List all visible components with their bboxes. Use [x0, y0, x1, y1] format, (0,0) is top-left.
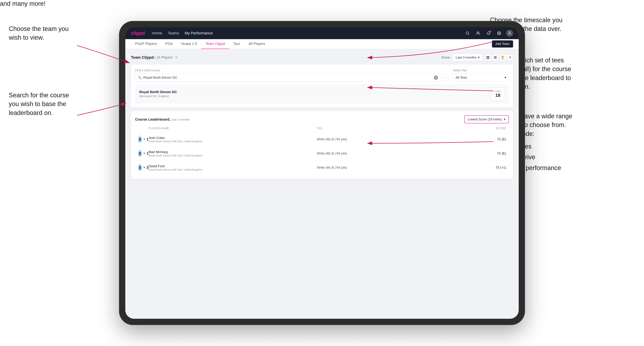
download-btn[interactable]: ⬇: [507, 54, 513, 61]
player-club-1: Royal North Devon Golf Club, United King…: [148, 140, 202, 143]
tab-tour[interactable]: Tour: [229, 39, 244, 49]
team-header-row: Team Clippd | 14 Players ✎ Show: Last 3 …: [131, 54, 513, 61]
player-rank-2: 1: [146, 152, 148, 156]
svg-rect-7: [486, 58, 488, 59]
tab-pga[interactable]: PGA: [161, 39, 177, 49]
tab-team-clippd[interactable]: Team Clippd: [201, 39, 229, 49]
leaderboard-subtitle: Last 3 months: [171, 118, 190, 121]
svg-rect-6: [488, 56, 489, 57]
team-count: | 14 Players: [154, 55, 173, 59]
score-type-dropdown[interactable]: Lowest Score (18 holes) ▾: [464, 115, 509, 123]
show-dropdown[interactable]: Last 3 months ▾: [453, 54, 483, 61]
annotation-many-more: and many more!: [0, 0, 644, 7]
nav-link-my-performance[interactable]: My Performance: [184, 31, 213, 35]
course-result: Royal North Devon GC Westward Ho!, Engla…: [135, 84, 509, 103]
player-club-3: Royal North Devon Golf Club, United King…: [148, 168, 202, 171]
leaderboard-card: Course Leaderboard, Last 3 months Lowest…: [131, 111, 513, 179]
player-info-1: Josh Coles Royal North Devon Golf Club, …: [148, 136, 317, 143]
show-label: Show:: [441, 56, 450, 59]
holes-label: Holes: [495, 90, 501, 93]
tee-dropdown[interactable]: All Tees ▾: [453, 74, 509, 81]
main-content: Team Clippd | 14 Players ✎ Show: Last 3 …: [125, 49, 519, 184]
table-header: PLAYER NAME TEE SCORE: [135, 127, 509, 132]
user-avatar[interactable]: [506, 30, 513, 37]
course-search-value: Royal North Devon GC: [143, 76, 432, 79]
search-icon: 🔍: [138, 76, 142, 79]
search-clear-btn[interactable]: ✕: [434, 75, 438, 80]
svg-point-2: [477, 32, 478, 33]
player-club-2: Royal North Devon Golf Club, United King…: [148, 154, 202, 157]
nav-link-teams[interactable]: Teams: [168, 31, 179, 35]
favorite-star-btn[interactable]: ☆: [442, 74, 449, 81]
holes-value: 18: [495, 93, 501, 98]
player-rank-3: 3: [146, 166, 148, 170]
svg-rect-11: [494, 58, 497, 58]
annotation-search-course-text: Search for the course you wish to base t…: [9, 92, 69, 116]
chevron-down-icon: ▾: [504, 117, 506, 121]
svg-point-3: [498, 33, 500, 34]
leaderboard-title: Course Leaderboard,: [135, 117, 170, 121]
course-search-input-wrap[interactable]: 🔍 Royal North Devon GC ✕: [135, 74, 441, 82]
search-card: Find a Golf Course 🔍 Royal North Devon G…: [131, 64, 513, 108]
svg-line-1: [468, 34, 469, 35]
people-icon-btn[interactable]: [474, 30, 482, 37]
search-row: Find a Golf Course 🔍 Royal North Devon G…: [135, 69, 509, 82]
svg-rect-10: [494, 57, 497, 58]
player-avatar-2: 👤: [138, 150, 142, 157]
player-avatar-1: 👤: [138, 135, 142, 143]
player-score-3: 73 (+1): [485, 166, 506, 170]
edit-icon[interactable]: ✎: [175, 55, 178, 60]
annotation-choose-team: Choose the team you wish to view.: [9, 24, 68, 42]
show-value: Last 3 months: [456, 56, 476, 59]
chevron-down-icon: ▾: [504, 75, 506, 79]
nav-bar: clippd Home Teams My Performance: [125, 27, 519, 39]
nav-icons: [464, 30, 513, 37]
find-course-col: Find a Golf Course 🔍 Royal North Devon G…: [135, 69, 449, 82]
leaderboard-title-group: Course Leaderboard, Last 3 months: [135, 117, 190, 121]
col-header-player: PLAYER NAME: [148, 127, 317, 130]
tablet-frame: clippd Home Teams My Performance: [119, 21, 525, 325]
player-score-2: 72 (E): [485, 152, 506, 155]
search-icon-btn[interactable]: [464, 30, 471, 37]
select-tee-col: Select Tee All Tees ▾: [453, 69, 509, 81]
player-info-3: David Ford Royal North Devon Golf Club, …: [148, 164, 317, 171]
player-heart-2: ♥: [143, 152, 145, 155]
tab-pgat-players[interactable]: PGAT Players: [131, 39, 161, 49]
leaderboard-header: Course Leaderboard, Last 3 months Lowest…: [135, 115, 509, 123]
col-header-tee: TEE: [317, 127, 485, 130]
col-header-score: SCORE: [485, 127, 506, 130]
list-view-btn[interactable]: [492, 54, 498, 61]
trophy-view-btn[interactable]: 🏆: [500, 54, 506, 61]
player-heart-3: ♥: [143, 166, 145, 169]
player-tee-1: White (M) (6,744 yds): [317, 138, 485, 141]
show-controls: Show: Last 3 months ▾: [441, 54, 513, 61]
player-rank-1: 1: [146, 137, 148, 141]
score-type-value: Lowest Score (18 holes): [468, 118, 502, 121]
settings-icon-btn[interactable]: [496, 30, 502, 37]
leaderboard-table: PLAYER NAME TEE SCORE 👤 ♥ 1 J: [135, 127, 509, 175]
course-location: Westward Ho!, England: [139, 95, 177, 98]
tab-hcaps[interactable]: Hcaps 1-5: [177, 39, 201, 49]
team-title: Team Clippd: [131, 55, 154, 60]
add-team-button[interactable]: Add Team: [492, 40, 513, 47]
col-header-empty: [138, 127, 148, 130]
course-name: Royal North Devon GC: [139, 90, 177, 94]
player-heart-1: ♥: [143, 138, 145, 141]
tablet-screen: clippd Home Teams My Performance: [125, 27, 519, 319]
table-row: 👤 ♥ 3 David Ford Royal North Devon Golf …: [135, 161, 509, 175]
svg-rect-8: [488, 58, 489, 59]
sub-nav: PGAT Players PGA Hcaps 1-5 Team Clippd T…: [125, 39, 519, 49]
grid-view-btn[interactable]: [485, 54, 491, 61]
player-name-3: David Ford: [148, 164, 202, 168]
player-name-1: Josh Coles: [148, 136, 202, 140]
tee-value: All Tees: [456, 76, 467, 79]
table-row: 👤 ♥ 1 Josh Coles Royal North Devon Golf …: [135, 132, 509, 147]
course-info: Royal North Devon GC Westward Ho!, Engla…: [139, 90, 177, 98]
tab-all-players[interactable]: All Players: [244, 39, 269, 49]
holes-badge: Holes 18: [491, 88, 505, 100]
nav-link-home[interactable]: Home: [152, 31, 162, 35]
select-tee-label: Select Tee: [453, 69, 509, 72]
nav-logo: clippd: [131, 30, 145, 36]
notification-icon-btn[interactable]: [485, 30, 492, 37]
svg-rect-5: [486, 56, 488, 57]
